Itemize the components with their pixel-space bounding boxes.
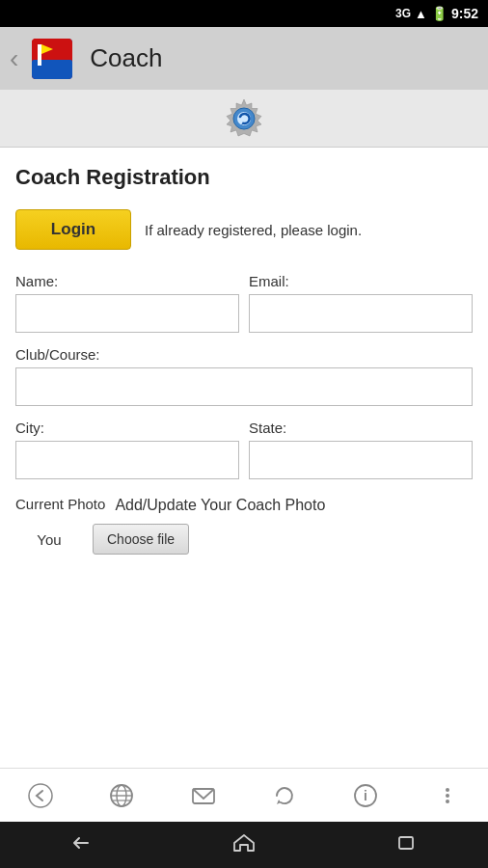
email-input[interactable] [249, 294, 473, 333]
svg-point-18 [446, 794, 449, 798]
form-title: Coach Registration [15, 165, 473, 190]
svg-rect-2 [38, 44, 41, 66]
settings-gear-icon [221, 95, 267, 142]
app-logo [32, 39, 72, 79]
android-back-button[interactable] [62, 824, 100, 867]
login-hint: If already registered, please login. [145, 220, 473, 240]
svg-text:i: i [365, 788, 368, 803]
main-content: Coach Registration Login If already regi… [0, 148, 488, 768]
android-home-button[interactable] [225, 824, 263, 867]
current-photo-label: Current Photo [15, 495, 105, 514]
nav-info-button[interactable]: i [344, 774, 387, 817]
state-label: State: [249, 420, 473, 436]
svg-point-17 [446, 788, 449, 792]
club-course-input[interactable] [15, 367, 473, 406]
nav-bar: i [0, 768, 488, 822]
gear-bar [0, 90, 488, 148]
status-icons: 3G ▲ 🔋 9:52 [395, 6, 478, 21]
add-update-photo-label: Add/Update Your Coach Photo [115, 495, 473, 514]
email-field-group: Email: [249, 273, 473, 333]
login-row: Login If already registered, please logi… [15, 209, 473, 250]
nav-back-button[interactable] [19, 774, 62, 817]
nav-mail-button[interactable] [182, 774, 225, 817]
app-title: Coach [90, 43, 162, 73]
city-input[interactable] [15, 441, 239, 479]
current-photo-col: Current Photo [15, 495, 105, 514]
choose-file-button[interactable]: Choose file [93, 524, 189, 555]
state-input[interactable] [249, 441, 473, 479]
status-bar: 3G ▲ 🔋 9:52 [0, 0, 488, 27]
city-label: City: [15, 420, 239, 436]
time-display: 9:52 [451, 6, 478, 21]
login-button[interactable]: Login [15, 209, 131, 250]
svg-rect-21 [399, 837, 413, 849]
state-field-group: State: [249, 420, 473, 479]
club-course-label: Club/Course: [15, 346, 473, 363]
signal-text: 3G [395, 7, 411, 20]
android-system-bar [0, 822, 488, 868]
logo-svg [32, 39, 72, 79]
name-field-group: Name: [15, 273, 239, 333]
signal-bars-icon: ▲ [415, 7, 427, 21]
back-arrow-icon[interactable]: ‹ [10, 43, 18, 74]
you-section: You Choose file [15, 524, 473, 555]
name-input[interactable] [15, 294, 239, 333]
city-state-row: City: State: [15, 420, 473, 479]
club-course-group: Club/Course: [15, 346, 473, 406]
name-label: Name: [15, 273, 239, 289]
app-header: ‹ Coach [0, 27, 488, 90]
name-email-row: Name: Email: [15, 273, 473, 333]
nav-globe-button[interactable] [100, 774, 143, 817]
you-label: You [15, 531, 83, 548]
nav-more-button[interactable] [426, 774, 469, 817]
android-recent-button[interactable] [388, 824, 426, 867]
svg-marker-14 [277, 800, 281, 804]
email-label: Email: [249, 273, 473, 289]
city-field-group: City: [15, 420, 239, 479]
svg-marker-20 [234, 835, 254, 851]
battery-icon: 🔋 [431, 6, 447, 21]
svg-point-19 [446, 800, 449, 803]
nav-refresh-button[interactable] [263, 774, 306, 817]
svg-point-7 [29, 784, 52, 807]
photo-section: Current Photo Add/Update Your Coach Phot… [15, 495, 473, 514]
